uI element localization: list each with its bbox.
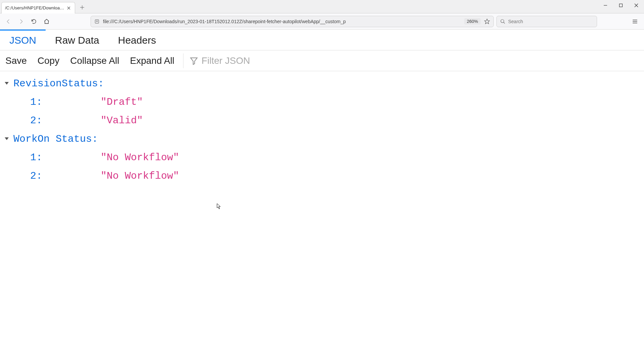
json-child-row[interactable]: 1:"No Workflow" <box>0 148 644 167</box>
bookmark-star-icon[interactable] <box>484 18 490 25</box>
search-bar[interactable] <box>496 16 597 27</box>
json-key: WorkOn Status: <box>13 131 114 148</box>
json-viewer: JSON Raw Data Headers Save Copy Collapse… <box>0 30 644 350</box>
json-key: 1: <box>0 149 101 166</box>
back-button[interactable] <box>3 16 13 27</box>
json-key: 1: <box>0 94 101 111</box>
reload-button[interactable] <box>29 16 39 27</box>
home-button[interactable] <box>42 16 52 27</box>
nav-toolbar: 260% <box>0 13 644 30</box>
page-info-icon[interactable] <box>94 19 100 24</box>
address-bar[interactable]: 260% <box>91 16 494 27</box>
url-input[interactable] <box>103 19 461 24</box>
tab-headers[interactable]: Headers <box>109 30 165 50</box>
json-value: "Valid" <box>101 112 143 129</box>
window-maximize-button[interactable] <box>613 0 629 11</box>
json-child-row[interactable]: 1:"Draft" <box>0 93 644 112</box>
forward-button[interactable] <box>16 16 26 27</box>
json-toolbar: Save Copy Collapse All Expand All <box>0 50 644 71</box>
search-icon <box>500 19 505 24</box>
window-minimize-button[interactable] <box>598 0 613 11</box>
window-close-button[interactable] <box>629 0 644 11</box>
close-tab-icon[interactable] <box>66 5 71 11</box>
chevron-down-icon[interactable] <box>0 131 13 148</box>
filter-wrap <box>187 55 336 66</box>
search-input[interactable] <box>508 19 593 24</box>
tab-json[interactable]: JSON <box>0 30 46 50</box>
svg-marker-11 <box>485 19 490 24</box>
collapse-all-button[interactable]: Collapse All <box>65 55 124 66</box>
json-key: RevisionStatus: <box>13 75 114 92</box>
chevron-down-icon[interactable] <box>0 75 13 92</box>
browser-tabbar: /C:/Users/HNP1FE/Downloads/run_... <box>0 0 644 13</box>
filter-icon <box>190 56 198 65</box>
svg-marker-17 <box>191 58 197 64</box>
json-child-row[interactable]: 2:"No Workflow" <box>0 167 644 185</box>
filter-json-input[interactable] <box>202 55 336 66</box>
svg-rect-8 <box>95 19 99 23</box>
svg-rect-5 <box>620 4 623 7</box>
json-value: "No Workflow" <box>101 168 179 185</box>
json-value: "Draft" <box>101 94 143 111</box>
app-menu-button[interactable] <box>629 16 641 27</box>
save-button[interactable]: Save <box>0 55 32 66</box>
toolbar-separator <box>183 53 183 68</box>
copy-button[interactable]: Copy <box>32 55 65 66</box>
json-key: 2: <box>0 112 101 129</box>
tab-raw-data[interactable]: Raw Data <box>46 30 109 50</box>
svg-marker-19 <box>5 137 9 140</box>
new-tab-button[interactable] <box>77 2 87 12</box>
json-node[interactable]: RevisionStatus: <box>0 75 644 93</box>
view-tabs: JSON Raw Data Headers <box>0 30 644 50</box>
expand-all-button[interactable]: Expand All <box>125 55 180 66</box>
browser-tab-title: /C:/Users/HNP1FE/Downloads/run_... <box>5 5 66 10</box>
window-controls <box>598 0 644 13</box>
svg-marker-18 <box>5 82 9 85</box>
svg-point-12 <box>501 19 504 23</box>
svg-line-13 <box>503 22 505 24</box>
json-node[interactable]: WorkOn Status: <box>0 130 644 148</box>
json-child-row[interactable]: 2:"Valid" <box>0 112 644 130</box>
browser-tab[interactable]: /C:/Users/HNP1FE/Downloads/run_... <box>1 2 75 13</box>
json-key: 2: <box>0 168 101 185</box>
zoom-badge[interactable]: 260% <box>464 18 481 25</box>
json-value: "No Workflow" <box>101 149 179 166</box>
json-tree: RevisionStatus:1:"Draft"2:"Valid"WorkOn … <box>0 71 644 195</box>
